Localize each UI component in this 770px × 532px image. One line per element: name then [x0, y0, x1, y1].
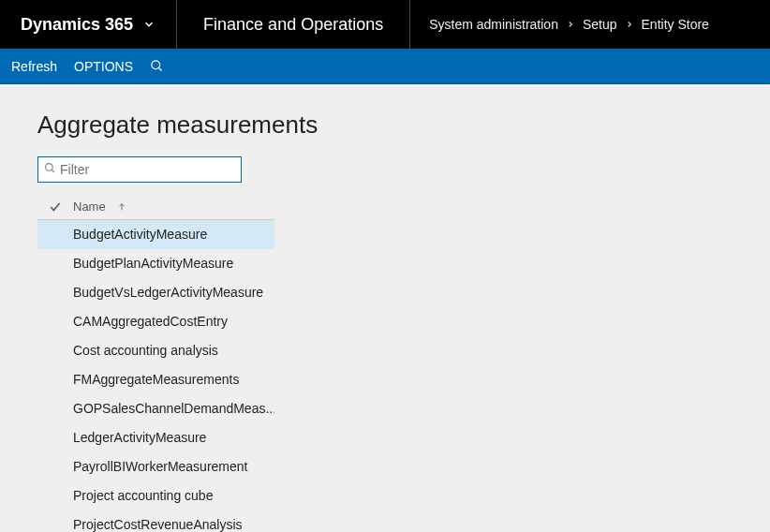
- svg-line-3: [52, 170, 54, 172]
- search-icon[interactable]: [150, 59, 164, 73]
- table-row[interactable]: LedgerActivityMeasure: [37, 423, 274, 452]
- column-header-name[interactable]: Name: [73, 200, 106, 214]
- svg-point-0: [152, 61, 160, 69]
- filter-box[interactable]: [37, 156, 242, 183]
- table-row[interactable]: BudgetActivityMeasure: [37, 220, 274, 249]
- checkmark-icon[interactable]: [49, 200, 64, 214]
- table-row[interactable]: BudgetVsLedgerActivityMeasure: [37, 278, 274, 307]
- breadcrumb: System administration Setup Entity Store: [410, 0, 728, 49]
- breadcrumb-item-0[interactable]: System administration: [429, 17, 558, 32]
- content-area: Aggregate measurements Name BudgetActivi…: [0, 84, 770, 532]
- brand-label: Dynamics 365: [21, 15, 133, 35]
- refresh-button[interactable]: Refresh: [11, 59, 57, 74]
- table-row[interactable]: Project accounting cube: [37, 481, 274, 510]
- page-title: Aggregate measurements: [37, 111, 770, 140]
- table-row[interactable]: Cost accounting analysis: [37, 336, 274, 365]
- table-row[interactable]: FMAggregateMeasurements: [37, 365, 274, 394]
- top-nav-bar: Dynamics 365 Finance and Operations Syst…: [0, 0, 770, 49]
- measurements-grid: Name BudgetActivityMeasureBudgetPlanActi…: [37, 194, 274, 532]
- svg-point-2: [46, 164, 53, 171]
- table-row[interactable]: CAMAggregatedCostEntry: [37, 307, 274, 336]
- table-row[interactable]: ProjectCostRevenueAnalysis: [37, 510, 274, 532]
- svg-line-1: [158, 67, 161, 70]
- filter-input[interactable]: [60, 162, 235, 177]
- chevron-right-icon: [566, 20, 575, 29]
- breadcrumb-item-1[interactable]: Setup: [583, 17, 617, 32]
- chevron-right-icon: [625, 20, 634, 29]
- table-row[interactable]: GOPSalesChannelDemandMeas...: [37, 394, 274, 423]
- table-row[interactable]: PayrollBIWorkerMeasurement: [37, 452, 274, 481]
- action-bar: Refresh OPTIONS: [0, 49, 770, 84]
- table-row[interactable]: BudgetPlanActivityMeasure: [37, 249, 274, 278]
- grid-header[interactable]: Name: [37, 194, 274, 220]
- grid-rows: BudgetActivityMeasureBudgetPlanActivityM…: [37, 220, 274, 532]
- brand-dropdown[interactable]: Dynamics 365: [0, 0, 177, 49]
- breadcrumb-item-2[interactable]: Entity Store: [642, 17, 709, 32]
- module-label: Finance and Operations: [177, 0, 410, 49]
- search-icon: [44, 161, 60, 178]
- options-button[interactable]: OPTIONS: [74, 59, 133, 74]
- chevron-down-icon: [142, 18, 155, 31]
- sort-ascending-icon: [117, 202, 126, 212]
